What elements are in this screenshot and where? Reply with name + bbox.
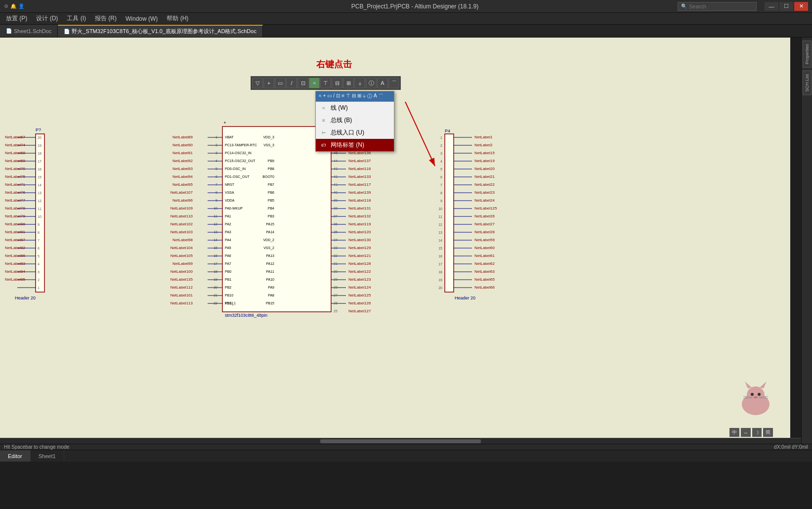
lang-en-btn[interactable]: ↔ [741, 428, 751, 437]
right-panel-schlist[interactable]: SCH List [803, 71, 812, 95]
ftool-text[interactable]: A [377, 78, 388, 88]
svg-text:NetLabel26: NetLabel26 [474, 214, 495, 218]
svg-text:NetLabel99: NetLabel99 [172, 261, 193, 266]
canvas-area[interactable]: 20 19 18 17 16 15 14 13 12 11 10 9 8 7 6… [0, 38, 790, 444]
svg-text:NetLabel125: NetLabel125 [474, 206, 497, 211]
svg-text:38: 38 [334, 207, 338, 210]
svg-text:20: 20 [438, 286, 442, 290]
svg-text:NetLabel122: NetLabel122 [348, 269, 371, 274]
svg-text:45: 45 [334, 151, 338, 155]
lang-zh-btn[interactable]: 中 [729, 428, 739, 437]
svg-text:27: 27 [334, 294, 338, 297]
svg-text:7: 7 [38, 239, 40, 242]
search-input[interactable] [689, 3, 748, 9]
lang-moon-btn[interactable]: ☽ [752, 428, 762, 437]
tab-sheet1-label: Sheet1.SchDoc [14, 28, 51, 34]
svg-text:Header 20: Header 20 [15, 296, 36, 300]
svg-text:NetLabel95: NetLabel95 [172, 182, 193, 187]
svg-text:NetLabel2: NetLabel2 [474, 143, 493, 147]
svg-text:NetLabel24: NetLabel24 [474, 198, 495, 203]
svg-text:NetLabel59: NetLabel59 [474, 238, 495, 242]
bottom-tab-editor[interactable]: Editor [0, 450, 31, 462]
svg-text:P4: P4 [445, 128, 450, 133]
svg-text:PB3: PB3 [268, 214, 274, 218]
svg-text:NetLabel27: NetLabel27 [474, 222, 495, 226]
minimize-button[interactable]: — [765, 2, 778, 11]
menu-tools[interactable]: 工具 (I) [63, 13, 90, 24]
svg-text:26: 26 [334, 301, 338, 305]
svg-text:13: 13 [438, 231, 442, 234]
ic-right-pinnums: 47 46 45 44 43 42 41 40 39 38 37 36 35 3… [334, 135, 338, 313]
h-scrollbar-thumb[interactable] [320, 439, 480, 443]
svg-text:PB10: PB10 [225, 294, 233, 297]
ctx-bus-item[interactable]: ≡ 总线 (B) [316, 114, 394, 127]
menu-window[interactable]: Window (W) [122, 14, 162, 23]
svg-text:44: 44 [334, 159, 338, 163]
svg-text:NetLabel69: NetLabel69 [5, 159, 25, 163]
bottom-tab-sheet1[interactable]: Sheet1 [31, 450, 64, 462]
svg-text:PC13-TAMPER-RTC: PC13-TAMPER-RTC [225, 143, 257, 147]
svg-rect-244 [445, 134, 454, 292]
tab-sheet1[interactable]: 📄 Sheet1.SchDoc [0, 25, 58, 37]
svg-text:3: 3 [440, 152, 442, 155]
svg-text:PB1: PB1 [225, 278, 231, 281]
ftool-power[interactable]: ⏚ [354, 78, 365, 88]
ctx-wire-item[interactable]: ≈ 线 (W) [316, 102, 394, 114]
svg-text:6: 6 [440, 175, 442, 179]
svg-text:NetLabel123: NetLabel123 [348, 277, 371, 282]
menu-help[interactable]: 帮助 (H) [163, 13, 192, 24]
close-button[interactable]: ✕ [794, 2, 808, 11]
svg-text:NetLabel100: NetLabel100 [171, 269, 193, 274]
svg-text:PB8: PB8 [268, 167, 274, 170]
ctx-netlabel-item[interactable]: 🏷 网络标签 (N) [316, 139, 394, 151]
svg-text:NetLabel66: NetLabel66 [474, 285, 495, 290]
menu-design[interactable]: 设计 (D) [32, 13, 62, 24]
ftool-rect[interactable]: ▭ [275, 78, 286, 88]
ftool-wire[interactable]: ≈ [309, 78, 320, 88]
svg-text:NetLabel130: NetLabel130 [348, 238, 371, 242]
svg-text:NetLabel126: NetLabel126 [348, 301, 371, 305]
ftool-arc[interactable]: ⌒ [388, 78, 399, 88]
menu-place[interactable]: 放置 (P) [2, 13, 31, 24]
svg-marker-311 [760, 382, 767, 388]
svg-text:NetLabel22: NetLabel22 [474, 182, 495, 187]
svg-text:5: 5 [38, 254, 40, 258]
svg-text:PB9: PB9 [268, 159, 274, 163]
ctx-busentry-item[interactable]: ⊢ 总线入口 (U) [316, 127, 394, 139]
svg-text:NetLabel23: NetLabel23 [474, 190, 495, 195]
svg-text:NetLabel109: NetLabel109 [171, 206, 193, 211]
ftool-component[interactable]: ⊡ [298, 78, 308, 88]
svg-text:36: 36 [334, 222, 338, 226]
svg-text:35: 35 [334, 230, 338, 234]
svg-text:34: 34 [334, 238, 338, 242]
search-box[interactable]: 🔍 [678, 2, 757, 11]
bottom-tab-bar: Editor Sheet1 [0, 450, 812, 462]
svg-text:NetLabel91: NetLabel91 [172, 151, 193, 155]
ftool-add[interactable]: + [263, 78, 274, 88]
svg-text:33: 33 [334, 246, 338, 250]
ftool-filter[interactable]: ▽ [252, 78, 263, 88]
right-connector: P4 [438, 128, 475, 300]
menu-report[interactable]: 报告 (R) [91, 13, 121, 24]
tab-main-schematic[interactable]: 📄 野火_STM32F103C8T6_核心板_V1.0_底板原理图参考设计_AD… [58, 25, 263, 37]
svg-text:32: 32 [334, 254, 338, 257]
svg-text:12: 12 [38, 199, 42, 203]
ftool-netport[interactable]: ⊞ [343, 78, 354, 88]
ftool-bus[interactable]: ⊟ [332, 78, 342, 88]
svg-text:14: 14 [438, 239, 442, 242]
svg-text:PC14-OSC32_IN: PC14-OSC32_IN [225, 151, 252, 155]
svg-text:PA0-WKUP: PA0-WKUP [225, 207, 243, 210]
ftool-line[interactable]: / [286, 78, 297, 88]
svg-text:29: 29 [334, 278, 338, 281]
svg-text:10: 10 [438, 207, 442, 211]
ftool-pin[interactable]: ⊤ [320, 78, 331, 88]
right-panel-properties[interactable]: Properties [803, 41, 812, 68]
svg-text:PA5: PA5 [225, 246, 231, 250]
annotation-text: 右键点击 [316, 58, 352, 70]
maximize-button[interactable]: ☐ [779, 2, 793, 11]
lang-simple-btn[interactable]: 简 [763, 428, 773, 437]
ftool-info[interactable]: ⓘ [366, 78, 377, 88]
svg-text:NetLabel110: NetLabel110 [171, 214, 193, 218]
svg-text:11: 11 [38, 207, 42, 211]
h-scrollbar[interactable] [0, 438, 801, 444]
